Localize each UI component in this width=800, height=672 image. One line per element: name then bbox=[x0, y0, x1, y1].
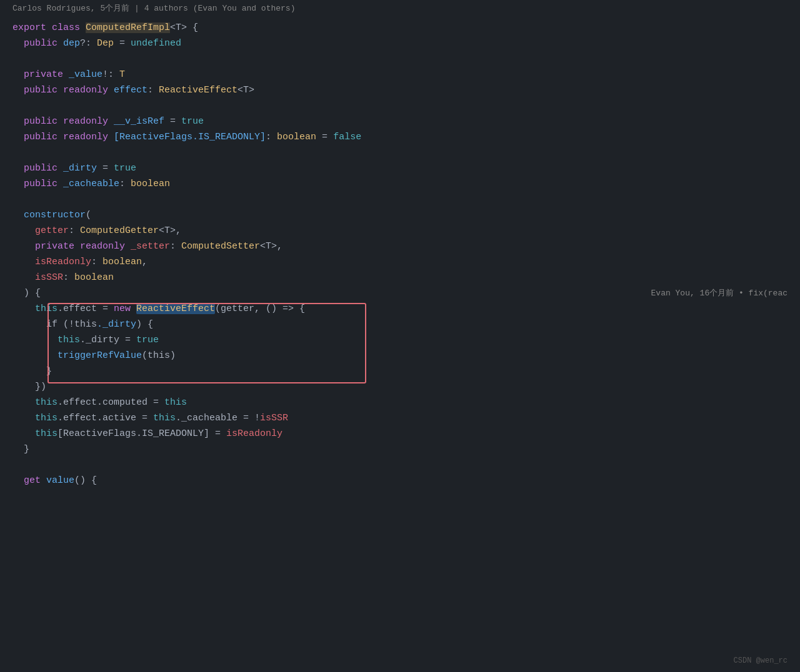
code-line bbox=[0, 192, 800, 208]
code-line: } bbox=[0, 364, 800, 380]
code-line: triggerRefValue(this) bbox=[0, 348, 800, 364]
code-line: getter: ComputedGetter<T>, bbox=[0, 224, 800, 239]
code-line: public readonly [ReactiveFlags.IS_READON… bbox=[0, 130, 800, 146]
code-line: }) bbox=[0, 380, 800, 395]
code-line: public _cacheable: boolean bbox=[0, 177, 800, 192]
code-line: ) {Evan You, 16个月前 • fix(reac bbox=[0, 286, 800, 302]
code-line: public readonly __v_isRef = true bbox=[0, 114, 800, 130]
code-line bbox=[0, 458, 800, 473]
code-line bbox=[0, 146, 800, 161]
code-line: this.effect.active = this._cacheable = !… bbox=[0, 411, 800, 427]
code-line bbox=[0, 52, 800, 67]
code-line: this.effect = new ReactiveEffect(getter,… bbox=[0, 302, 800, 317]
git-blame: Evan You, 16个月前 • fix(reac bbox=[651, 287, 788, 300]
code-line: this[ReactiveFlags.IS_READONLY] = isRead… bbox=[0, 427, 800, 442]
code-container: Carlos Rodrigues, 5个月前 | 4 authors (Evan… bbox=[0, 0, 800, 672]
code-line: constructor( bbox=[0, 208, 800, 224]
top-info: Carlos Rodrigues, 5个月前 | 4 authors (Evan… bbox=[0, 0, 800, 21]
code-line: this._dirty = true bbox=[0, 333, 800, 348]
code-line: isReadonly: boolean, bbox=[0, 255, 800, 270]
code-line: public _dirty = true bbox=[0, 161, 800, 177]
code-line bbox=[0, 99, 800, 114]
code-line: this.effect.computed = this bbox=[0, 395, 800, 411]
code-line: public readonly effect: ReactiveEffect<T… bbox=[0, 83, 800, 99]
csdn-watermark: CSDN @wen_rc bbox=[734, 655, 788, 667]
code-line: private readonly _setter: ComputedSetter… bbox=[0, 239, 800, 255]
code-line: isSSR: boolean bbox=[0, 270, 800, 286]
code-line: get value() { bbox=[0, 473, 800, 489]
code-line: } bbox=[0, 442, 800, 458]
code-line: private _value!: T bbox=[0, 67, 800, 83]
code-line: export class ComputedRefImpl<T> { bbox=[0, 21, 800, 36]
code-line: if (!this._dirty) { bbox=[0, 317, 800, 333]
code-line: public dep?: Dep = undefined bbox=[0, 36, 800, 52]
